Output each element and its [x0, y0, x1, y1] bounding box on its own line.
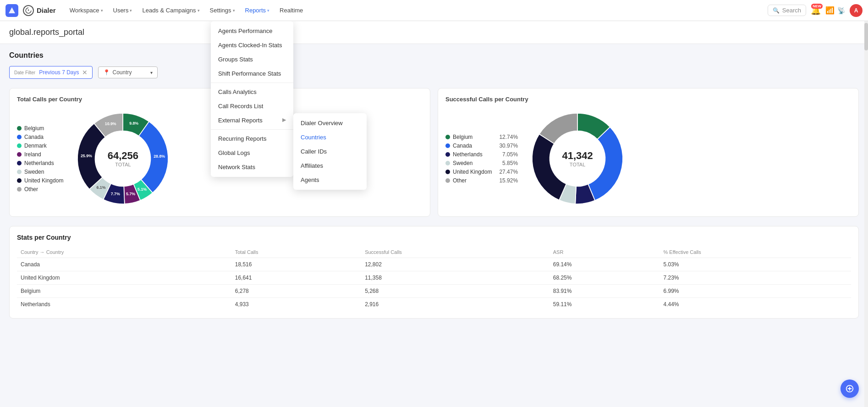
nav-reports[interactable]: Reports ▾	[241, 4, 275, 16]
country-filter[interactable]: 📍 Country ▾	[98, 66, 158, 78]
stats-table: Country → Country Total Calls Successful…	[17, 247, 851, 311]
table-row: Canada18,51612,80269.14%5.03%	[17, 258, 851, 271]
status-icons: 📶 📡	[825, 6, 845, 15]
divider	[211, 82, 293, 83]
table-cell-asr: 69.14%	[549, 258, 660, 271]
date-filter-close-icon[interactable]: ✕	[82, 69, 88, 76]
app-logo[interactable]	[5, 4, 18, 17]
successful-calls-legend: Belgium12.74% Canada30.97% Netherlands7.…	[445, 134, 518, 184]
nav-workspace[interactable]: Workspace ▾	[65, 4, 108, 16]
svg-text:25.9%: 25.9%	[81, 154, 92, 158]
scrollbar-track	[864, 21, 868, 326]
legend-item: Belgium12.74%	[445, 134, 518, 140]
country-filter-label: Country	[113, 69, 132, 76]
wifi-icon: 📶	[825, 6, 835, 15]
table-cell-successful_calls: 11,358	[361, 271, 549, 285]
app-brand: Dialer	[23, 5, 56, 16]
svg-marker-0	[9, 7, 15, 13]
svg-text:5.7%: 5.7%	[126, 192, 136, 196]
menu-recurring-reports[interactable]: Recurring Reports	[211, 132, 293, 146]
table-cell-effective: 7.23%	[659, 271, 851, 285]
submenu-countries[interactable]: Countries	[293, 130, 367, 144]
legend-dot	[445, 152, 450, 157]
chevron-down-icon: ▾	[130, 8, 132, 13]
table-cell-asr: 83.91%	[549, 285, 660, 298]
table-cell-successful_calls: 12,802	[361, 258, 549, 271]
date-filter[interactable]: Date Filter Previous 7 Days ✕	[9, 66, 93, 79]
signal-icon: 📡	[837, 7, 845, 14]
app-name: Dialer	[37, 6, 56, 14]
table-cell-effective: 4.44%	[659, 298, 851, 311]
chevron-down-icon: ▾	[267, 8, 269, 13]
menu-agents-clocked-in[interactable]: Agents Clocked-In Stats	[211, 38, 293, 52]
legend-item: Netherlands	[17, 160, 63, 166]
donut-total: 64,256	[108, 150, 138, 162]
arrow-right-icon: ▶	[282, 117, 286, 123]
donut-center: 41,342 TOTAL	[562, 150, 593, 167]
charts-row: Total Calls per Country Belgium Canada D…	[9, 88, 859, 217]
legend-item: Canada	[17, 134, 63, 140]
nav-settings[interactable]: Settings ▾	[205, 4, 240, 16]
svg-text:6.1%: 6.1%	[97, 185, 106, 190]
col-successful-calls: Successful Calls	[361, 247, 549, 258]
legend-dot	[17, 178, 22, 183]
search-bar[interactable]: 🔍 Search	[768, 5, 806, 16]
notification-badge: NEW	[811, 4, 823, 9]
legend-dot	[17, 135, 22, 139]
date-filter-label: Date Filter	[14, 70, 35, 75]
menu-agents-performance[interactable]: Agents Performance	[211, 24, 293, 38]
legend-item: Other	[17, 186, 63, 192]
external-reports-wrapper: External Reports ▶ Dialer Overview Count…	[211, 113, 293, 127]
donut-center: 64,256 TOTAL	[108, 150, 138, 167]
menu-shift-performance[interactable]: Shift Performance Stats	[211, 66, 293, 81]
chevron-down-icon: ▾	[233, 8, 235, 13]
legend-dot	[17, 161, 22, 165]
date-filter-wrapper: Date Filter Previous 7 Days ✕	[9, 66, 93, 79]
stats-card: Stats per Country Country → Country Tota…	[9, 226, 859, 319]
submenu-dialer-overview[interactable]: Dialer Overview	[293, 116, 367, 130]
table-cell-successful_calls: 2,916	[361, 298, 549, 311]
navbar: Dialer Workspace ▾ Users ▾ Leads & Campa…	[0, 0, 868, 21]
menu-call-records[interactable]: Call Records List	[211, 99, 293, 113]
legend-item: United Kingdom27.47%	[445, 169, 518, 175]
table-cell-total_calls: 18,516	[231, 258, 361, 271]
nav-leads-campaigns[interactable]: Leads & Campaigns ▾	[137, 4, 204, 16]
submenu-agents[interactable]: Agents	[293, 173, 367, 187]
stats-table-title: Stats per Country	[17, 234, 851, 241]
table-row: Belgium6,2785,26883.91%6.99%	[17, 285, 851, 298]
successful-calls-chart-card: Successful Calls per Country Belgium12.7…	[438, 88, 859, 217]
external-reports-submenu: Dialer Overview Countries Caller IDs Aff…	[293, 113, 367, 190]
col-asr: ASR	[549, 247, 660, 258]
notification-bell[interactable]: 🔔 NEW	[811, 6, 821, 16]
legend-dot	[17, 170, 22, 174]
menu-network-stats[interactable]: Network Stats	[211, 160, 293, 174]
menu-global-logs[interactable]: Global Logs	[211, 146, 293, 160]
col-effective: % Effective Calls	[659, 247, 851, 258]
legend-item: Sweden	[17, 169, 63, 175]
nav-users[interactable]: Users ▾	[109, 4, 137, 16]
submenu-affiliates[interactable]: Affiliates	[293, 159, 367, 173]
nav-realtime[interactable]: Realtime	[275, 4, 308, 16]
divider-2	[211, 129, 293, 130]
legend-dot	[445, 170, 450, 174]
svg-text:9.8%: 9.8%	[130, 121, 139, 126]
svg-text:7.7%: 7.7%	[111, 192, 120, 196]
legend-item: Sweden5.85%	[445, 160, 518, 166]
menu-groups-stats[interactable]: Groups Stats	[211, 52, 293, 66]
submenu-caller-ids[interactable]: Caller IDs	[293, 144, 367, 159]
successful-calls-chart-inner: Belgium12.74% Canada30.97% Netherlands7.…	[445, 108, 851, 209]
menu-external-reports[interactable]: External Reports ▶	[211, 113, 293, 127]
legend-dot	[17, 187, 22, 192]
date-filter-value: Previous 7 Days	[39, 69, 79, 76]
menu-calls-analytics[interactable]: Calls Analytics	[211, 85, 293, 99]
legend-dot	[445, 135, 450, 139]
scrollbar-thumb[interactable]	[864, 23, 868, 50]
legend-item: Belgium	[17, 125, 63, 132]
table-row: United Kingdom16,64111,35868.25%7.23%	[17, 271, 851, 285]
table-cell-country: United Kingdom	[17, 271, 231, 285]
donut-label: TOTAL	[562, 162, 593, 167]
legend-item: Canada30.97%	[445, 143, 518, 149]
avatar[interactable]: A	[850, 4, 863, 17]
legend-item: Denmark	[17, 143, 63, 149]
table-cell-total_calls: 6,278	[231, 285, 361, 298]
